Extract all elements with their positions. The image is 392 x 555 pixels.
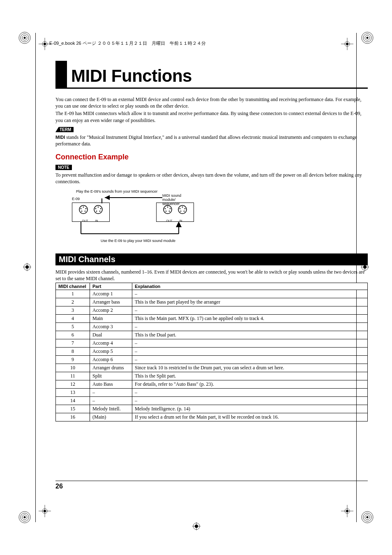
cell-channel: 9 [56,355,90,364]
svg-point-31 [44,43,46,45]
table-row: 1Accomp 1– [56,290,368,298]
cell-part: Accomp 3 [90,322,132,331]
cell-explanation: – [132,355,368,364]
table-row: 2Arranger bassThis is the Bass part play… [56,298,368,306]
svg-point-35 [346,43,348,45]
cell-explanation: This is the Dual part. [132,331,368,339]
table-row: 10Arranger drumsSince track 10 is restri… [56,364,368,372]
cell-explanation: This is the Bass part played by the arra… [132,298,368,306]
term-label: TERM [55,127,74,132]
cell-explanation: For details, refer to "Auto Bass" (p. 23… [132,380,368,388]
page-title: MIDI Functions [71,66,192,86]
crop-corner-icon [341,505,353,517]
cell-part: – [90,396,132,405]
registration-mark-icon [18,31,31,44]
crop-corner-icon [341,38,353,50]
cell-explanation: – [132,322,368,331]
svg-point-19 [25,265,29,269]
cell-part: Arranger drums [90,364,132,372]
cell-explanation: This is the Split part. [132,372,368,380]
table-row: 16(Main)If you select a drum set for the… [56,413,368,421]
table-row: 6DualThis is the Dual part. [56,331,368,339]
svg-point-27 [195,525,198,528]
midi-channels-heading: MIDI Channels [55,253,368,265]
svg-point-15 [367,516,369,518]
registration-mark-icon [361,511,374,524]
intro-paragraph-2: The E-09 has MIDI connectors which allow… [55,110,368,123]
channels-intro: MIDI provides sixteen channels, numbered… [55,269,368,282]
cell-channel: 14 [56,396,90,405]
cell-part: Main [90,314,132,322]
cell-part: Melody Intell. [90,405,132,413]
cell-channel: 10 [56,364,90,372]
term-paragraph: MIDI stands for "Musical Instrument Digi… [55,134,368,147]
cell-part: Accomp 5 [90,347,132,355]
cell-channel: 13 [56,388,90,396]
cell-explanation: – [132,347,368,355]
term-text: stands for "Musical Instrument Digital I… [55,134,357,147]
cell-channel: 16 [56,413,90,421]
table-row: 12Auto BassFor details, refer to "Auto B… [56,380,368,388]
svg-point-3 [24,37,26,39]
cell-channel: 8 [56,347,90,355]
cell-explanation: – [132,339,368,347]
table-row: 14–– [56,396,368,405]
table-row: 7Accomp 4– [56,339,368,347]
cell-channel: 2 [56,298,90,306]
cell-channel: 3 [56,306,90,314]
cell-part: Accomp 2 [90,306,132,314]
cell-channel: 15 [56,405,90,413]
page-header: E-09_e.book 26 ページ ２００５年１１月２１日 月曜日 午前１１時… [49,40,206,46]
cell-part: – [90,388,132,396]
svg-point-43 [346,510,348,512]
cell-channel: 11 [56,372,90,380]
cell-part: Accomp 6 [90,355,132,364]
table-row: 9Accomp 6– [56,355,368,364]
midi-channels-table: MIDI channel Part Explanation 1Accomp 1–… [55,283,368,421]
cell-explanation: Since track 10 is restricted to the Drum… [132,364,368,372]
diagram-bottom-label: Use the E-09 to play your MIDI sound mod… [101,239,175,243]
cell-explanation: – [132,388,368,396]
table-row: 11SplitThis is the Split part. [56,372,368,380]
note-paragraph: To prevent malfunction and/or damage to … [55,172,368,185]
cell-channel: 4 [56,314,90,322]
cell-explanation: – [132,306,368,314]
crop-target-icon [23,263,31,271]
cell-part: (Main) [90,413,132,421]
cell-part: Accomp 4 [90,339,132,347]
registration-mark-icon [361,31,374,44]
svg-point-39 [44,510,46,512]
svg-point-11 [24,516,26,518]
svg-marker-69 [105,195,110,200]
term-bold: MIDI [55,135,65,140]
table-row: 4MainThis is the Main part. MFX (p. 17) … [56,314,368,322]
title-block: MIDI Functions [55,60,368,89]
table-row: 8Accomp 5– [56,347,368,355]
cell-part: Arranger bass [90,298,132,306]
cell-channel: 7 [56,339,90,347]
table-row: 15Melody Intell.Melody Intelligence. (p.… [56,405,368,413]
connection-example-heading: Connection Example [55,153,368,161]
cell-channel: 5 [56,322,90,331]
cell-channel: 1 [56,290,90,298]
connection-diagram: Play the E-09's sounds from your MIDI se… [64,189,195,247]
cell-explanation: – [132,290,368,298]
cell-part: Dual [90,331,132,339]
crop-target-icon [192,522,201,530]
table-header-explanation: Explanation [132,283,368,290]
cell-part: Accomp 1 [90,290,132,298]
note-label: NOTE [55,165,72,170]
cell-explanation: Melody Intelligence. (p. 14) [132,405,368,413]
svg-point-7 [367,37,369,39]
table-header-channel: MIDI channel [56,283,90,290]
intro-paragraph-1: You can connect the E-09 to an external … [55,96,368,109]
cell-explanation: – [132,396,368,405]
diagram-arrows [64,189,195,247]
cell-channel: 12 [56,380,90,388]
cell-channel: 6 [56,331,90,339]
svg-marker-74 [176,221,182,227]
table-header-part: Part [90,283,132,290]
cell-explanation: If you select a drum set for the Main pa… [132,413,368,421]
table-row: 3Accomp 2– [56,306,368,314]
trim-line [35,33,36,522]
